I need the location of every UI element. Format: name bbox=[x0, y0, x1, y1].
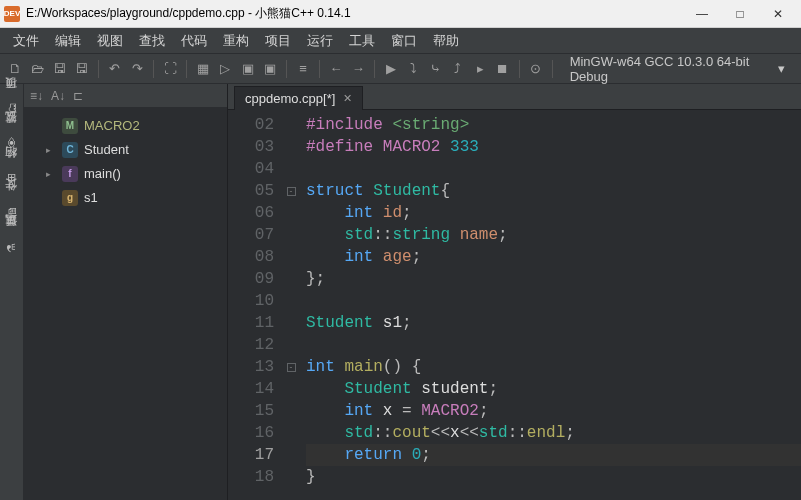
menu-edit[interactable]: 编辑 bbox=[48, 29, 88, 53]
indent-icon[interactable]: ≡ bbox=[294, 59, 312, 79]
code-lines[interactable]: #include <string>#define MACRO2 333 stru… bbox=[298, 110, 801, 500]
open-file-icon[interactable]: 🗁 bbox=[28, 59, 46, 79]
menu-tools[interactable]: 工具 bbox=[342, 29, 382, 53]
app-icon: DEV bbox=[4, 6, 20, 22]
menu-file[interactable]: 文件 bbox=[6, 29, 46, 53]
project-icon: 🗂 bbox=[6, 102, 17, 114]
code-line[interactable]: int main() { bbox=[306, 356, 801, 378]
vtab-structure[interactable]: ⊞结构 bbox=[1, 158, 22, 191]
code-line[interactable]: }; bbox=[306, 268, 801, 290]
line-number: 10 bbox=[228, 290, 280, 312]
outline-tree: M MACRO2 ▸ C Student ▸ f main() g s1 bbox=[24, 108, 227, 500]
outline-variable[interactable]: g s1 bbox=[24, 186, 227, 210]
sort-alpha-icon[interactable]: A↓ bbox=[51, 89, 65, 103]
code-line[interactable]: #define MACRO2 333 bbox=[306, 136, 801, 158]
sort-icon[interactable]: ≡↓ bbox=[30, 89, 43, 103]
code-line[interactable] bbox=[306, 334, 801, 356]
menu-refactor[interactable]: 重构 bbox=[216, 29, 256, 53]
editor-pane: cppdemo.cpp[*] ✕ 02030405060708091011121… bbox=[228, 84, 801, 500]
save-all-icon[interactable]: 🖫 bbox=[73, 59, 91, 79]
editor-tab[interactable]: cppdemo.cpp[*] ✕ bbox=[234, 86, 363, 110]
fold-row bbox=[284, 378, 298, 400]
vtab-file[interactable]: 🗎文件 bbox=[1, 191, 22, 226]
vtab-problems[interactable]: ⚗试题集 bbox=[1, 226, 22, 263]
code-editor[interactable]: 0203040506070809101112131415161718 -- #i… bbox=[228, 110, 801, 500]
code-line[interactable]: std::string name; bbox=[306, 224, 801, 246]
vtab-watch[interactable]: 👁监视 bbox=[1, 123, 22, 158]
sidebar: ≡↓ A↓ ⊏ M MACRO2 ▸ C Student ▸ f main() bbox=[24, 84, 228, 500]
undo-icon[interactable]: ↶ bbox=[106, 59, 124, 79]
new-file-icon[interactable]: 🗋 bbox=[6, 59, 24, 79]
rebuild-icon[interactable]: ▣ bbox=[261, 59, 279, 79]
outline-struct[interactable]: ▸ C Student bbox=[24, 138, 227, 162]
code-line[interactable]: Student s1; bbox=[306, 312, 801, 334]
editor-tab-bar: cppdemo.cpp[*] ✕ bbox=[228, 84, 801, 110]
toolbar-separator bbox=[186, 60, 187, 78]
menu-code[interactable]: 代码 bbox=[174, 29, 214, 53]
code-line[interactable]: int age; bbox=[306, 246, 801, 268]
debug-icon[interactable]: ▶ bbox=[382, 59, 400, 79]
expand-icon[interactable]: ⊏ bbox=[73, 89, 83, 103]
fold-toggle-icon[interactable]: - bbox=[287, 363, 296, 372]
outline-function[interactable]: ▸ f main() bbox=[24, 162, 227, 186]
code-line[interactable] bbox=[306, 290, 801, 312]
menu-project[interactable]: 项目 bbox=[258, 29, 298, 53]
fold-row bbox=[284, 202, 298, 224]
compile-run-icon[interactable]: ▣ bbox=[239, 59, 257, 79]
code-line[interactable]: int id; bbox=[306, 202, 801, 224]
code-line[interactable]: int x = MACRO2; bbox=[306, 400, 801, 422]
compiler-selector[interactable]: MinGW-w64 GCC 10.3.0 64-bit Debug ▾ bbox=[560, 52, 795, 86]
fold-row: - bbox=[284, 180, 298, 202]
outline-item-label: Student bbox=[84, 140, 129, 160]
fold-row bbox=[284, 422, 298, 444]
code-line[interactable] bbox=[306, 158, 801, 180]
menu-window[interactable]: 窗口 bbox=[384, 29, 424, 53]
line-number: 07 bbox=[228, 224, 280, 246]
line-number: 12 bbox=[228, 334, 280, 356]
save-icon[interactable]: 🖫 bbox=[50, 59, 68, 79]
step-over-icon[interactable]: ⤵ bbox=[404, 59, 422, 79]
fold-row bbox=[284, 400, 298, 422]
forward-icon[interactable]: → bbox=[349, 59, 367, 79]
expand-arrow-icon[interactable]: ▸ bbox=[46, 140, 56, 160]
fold-toggle-icon[interactable]: - bbox=[287, 187, 296, 196]
structure-icon: ⊞ bbox=[7, 170, 16, 183]
toolbar-separator bbox=[374, 60, 375, 78]
back-icon[interactable]: ← bbox=[327, 59, 345, 79]
code-line[interactable]: return 0; bbox=[306, 444, 801, 466]
line-number: 05 bbox=[228, 180, 280, 202]
run-icon[interactable]: ▷ bbox=[216, 59, 234, 79]
expand-arrow-icon[interactable]: ▸ bbox=[46, 164, 56, 184]
outline-macro[interactable]: M MACRO2 bbox=[24, 114, 227, 138]
fold-row bbox=[284, 444, 298, 466]
code-line[interactable]: Student student; bbox=[306, 378, 801, 400]
menu-find[interactable]: 查找 bbox=[132, 29, 172, 53]
fold-row bbox=[284, 246, 298, 268]
fullscreen-icon[interactable]: ⛶ bbox=[161, 59, 179, 79]
fold-row: - bbox=[284, 356, 298, 378]
menu-help[interactable]: 帮助 bbox=[426, 29, 466, 53]
breakpoint-icon[interactable]: ⊙ bbox=[526, 59, 544, 79]
step-into-icon[interactable]: ⤷ bbox=[427, 59, 445, 79]
variable-badge-icon: g bbox=[62, 190, 78, 206]
code-line[interactable]: std::cout<<x<<std::endl; bbox=[306, 422, 801, 444]
compile-icon[interactable]: ▦ bbox=[194, 59, 212, 79]
macro-badge-icon: M bbox=[62, 118, 78, 134]
menu-view[interactable]: 视图 bbox=[90, 29, 130, 53]
stop-icon[interactable]: ⏹ bbox=[493, 59, 511, 79]
maximize-button[interactable]: □ bbox=[721, 0, 759, 28]
close-button[interactable]: ✕ bbox=[759, 0, 797, 28]
minimize-button[interactable]: — bbox=[683, 0, 721, 28]
close-tab-icon[interactable]: ✕ bbox=[343, 92, 352, 105]
code-line[interactable]: } bbox=[306, 466, 801, 488]
step-out-icon[interactable]: ⤴ bbox=[449, 59, 467, 79]
main-area: 🗂项目 👁监视 ⊞结构 🗎文件 ⚗试题集 ≡↓ A↓ ⊏ M MACRO2 ▸ … bbox=[0, 84, 801, 500]
menu-run[interactable]: 运行 bbox=[300, 29, 340, 53]
code-line[interactable]: struct Student{ bbox=[306, 180, 801, 202]
vtab-project[interactable]: 🗂项目 bbox=[1, 88, 22, 123]
fold-row bbox=[284, 114, 298, 136]
continue-icon[interactable]: ▸ bbox=[471, 59, 489, 79]
chevron-down-icon: ▾ bbox=[778, 61, 785, 76]
redo-icon[interactable]: ↷ bbox=[128, 59, 146, 79]
code-line[interactable]: #include <string> bbox=[306, 114, 801, 136]
